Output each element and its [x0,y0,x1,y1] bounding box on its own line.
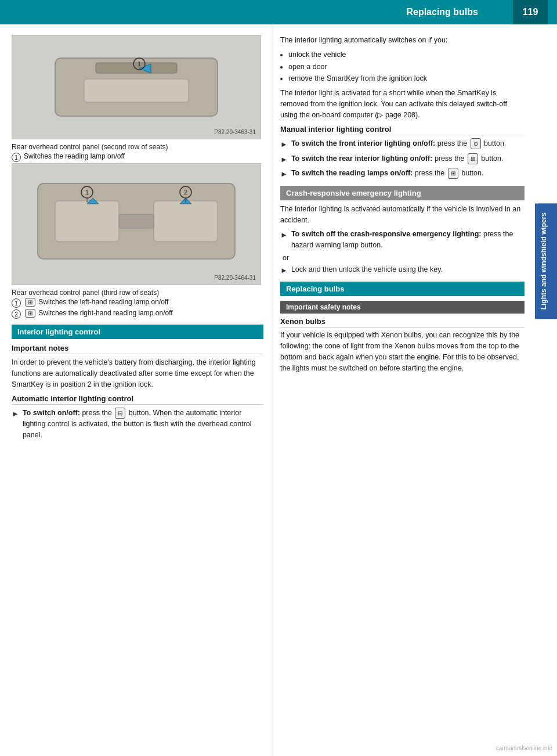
crash-arrow-1: ► To switch off the crash-responsive eme… [280,229,525,251]
subsection-auto-lighting: Automatic interior lighting control [12,394,263,405]
diagram-2-label: P82.20-3464-31 [214,275,256,281]
arrow-symbol-1: ► [12,408,19,420]
caption-1: Rear overhead control panel (second row … [12,143,263,151]
left-column: 1 P82.20-3463-31 Rear overhead control p… [0,24,273,756]
or-text: or [280,254,525,262]
auto-btn-icon: ⊟ [115,408,125,419]
manual-arrow-1-text: To switch the front interior lighting on… [291,138,506,149]
diagram-1: 1 P82.20-3463-31 [12,35,261,139]
svg-text:1: 1 [138,60,141,67]
svg-rect-8 [154,201,218,242]
section-safety-notes: Important safety notes [280,301,525,314]
bullet-door: open a door [288,62,525,73]
caption-2-item2: 2 ⊞ Switches the right-hand reading lamp… [12,309,263,319]
bullet-unlock: unlock the vehicle [288,49,525,60]
manual-arrow-2-text: To switch the rear interior lighting on/… [291,153,504,164]
auto-lighting-arrow: ► To switch on/off: press the ⊟ button. … [12,408,263,441]
svg-rect-9 [119,214,154,228]
important-notes-text: In order to prevent the vehicle's batter… [12,357,263,390]
section-interior-lighting: Interior lighting control [12,325,263,339]
section-replacing-bulbs: Replacing bulbs [280,282,525,296]
circle-1: 1 [12,153,21,162]
caption-2: Rear overhead control panel (third row o… [12,289,263,297]
caption-2-item1: 1 ⊞ Switches the left-hand reading lamp … [12,298,263,308]
main-content: 1 P82.20-3463-31 Rear overhead control p… [0,24,557,756]
svg-text:1: 1 [85,189,89,196]
header-bar: Replacing bulbs 119 [0,0,557,24]
manual-arrow-2: ► To switch the rear interior lighting o… [280,153,525,165]
crash-arrow-2-text: Lock and then unlock the vehicle using t… [291,264,443,275]
crash-arrow-2: ► Lock and then unlock the vehicle using… [280,264,525,276]
caption-1-item1: 1 Switches the reading lamp on/off [12,152,263,162]
reading-lamp-btn-icon: ⊞ [448,168,458,179]
diagram-2: 1 2 P82.20-3464-31 [12,163,261,285]
auto-lighting-text: To switch on/off: press the ⊟ button. Wh… [23,408,263,441]
section-crash-lighting: Crash-responsive emergency lighting [280,186,525,200]
overhead-panel-svg-2: 1 2 [26,175,247,273]
bullet-smartkey: remove the SmartKey from the ignition lo… [288,73,525,84]
manual-arrow-3: ► To switch the reading lamps on/off: pr… [280,168,525,180]
header-page: 119 [513,0,548,24]
xenon-text: If your vehicle is equipped with Xenon b… [280,330,525,373]
svg-rect-1 [96,63,177,73]
watermark: carmanualsonline.info [496,745,552,751]
svg-rect-3 [84,79,189,102]
side-tab: Lights and windshield wipers [535,203,557,319]
arrow-symbol-3: ► [280,154,288,165]
rear-light-btn-icon: ⊞ [468,153,478,164]
svg-rect-7 [55,201,119,242]
subsection-xenon: Xenon bulbs [280,317,525,327]
diagram-1-label: P82.20-3463-31 [214,129,256,135]
lamp-icon-2: ⊞ [25,309,35,318]
btn-icon-left: ⊞ Switches the left-hand reading lamp on… [24,298,168,307]
auto-bullet-list: unlock the vehicle open a door remove th… [280,49,525,84]
subsection-important-notes: Important notes [12,344,263,354]
circle-2-2: 2 [12,309,21,319]
section-manual-lighting: Manual interior lighting control [280,125,525,135]
svg-text:2: 2 [184,189,187,196]
manual-arrow-3-text: To switch the reading lamps on/off: pres… [291,168,484,179]
arrow-symbol-6: ► [280,265,288,276]
crash-arrow-1-text: To switch off the crash-responsive emerg… [291,229,525,251]
right-column: The interior lighting automatically swit… [273,24,534,756]
lamp-icon-1: ⊞ [25,298,35,307]
auto-intro-text: The interior lighting automatically swit… [280,35,525,46]
header-title: Replacing bulbs [0,7,513,17]
manual-arrow-1: ► To switch the front interior lighting … [280,138,525,150]
crash-intro-text: The interior lighting is activated autom… [280,204,525,226]
overhead-panel-svg-1: 1 [38,46,235,128]
arrow-symbol-5: ► [280,229,288,241]
arrow-symbol-2: ► [280,139,288,150]
front-light-btn-icon: ⊙ [471,138,481,149]
arrow-symbol-4: ► [280,168,288,180]
auto-note-text: The interior light is activated for a sh… [280,88,525,120]
circle-2-1: 1 [12,298,21,308]
btn-icon-right: ⊞ Switches the right-hand reading lamp o… [24,309,173,318]
